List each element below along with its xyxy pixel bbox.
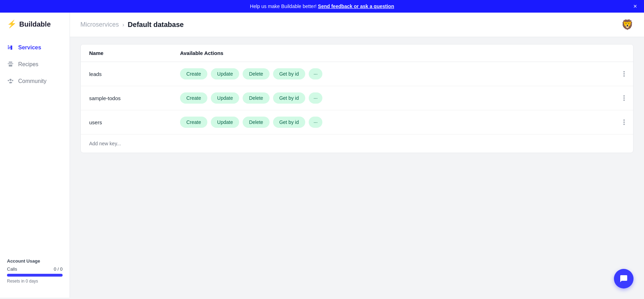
users-delete-button[interactable]: Delete <box>243 117 269 128</box>
account-usage-label: Account Usage <box>7 258 63 264</box>
users-more-menu-icon[interactable] <box>623 119 625 125</box>
main-content: Microservices › Default database 🦁 Name … <box>70 13 644 298</box>
sidebar-item-services[interactable]: Services <box>0 39 70 56</box>
add-new-key-row[interactable]: Add new key... <box>81 134 633 153</box>
logo-area: ⚡ Buildable <box>0 13 70 39</box>
sidebar-item-recipes[interactable]: Recipes <box>0 56 70 73</box>
community-icon <box>7 78 14 85</box>
recipes-icon <box>7 61 14 68</box>
breadcrumb-parent[interactable]: Microservices <box>80 21 119 28</box>
leads-getbyid-button[interactable]: Get by id <box>273 68 305 79</box>
leads-more-menu-icon[interactable] <box>623 71 625 77</box>
app-layout: ⚡ Buildable Services Recipes <box>0 13 644 298</box>
logo-text: Buildable <box>19 20 51 28</box>
microservices-table: Name Available Actions leads Create Upda… <box>80 44 634 153</box>
calls-value: 0 / 0 <box>54 266 63 272</box>
user-avatar[interactable]: 🦁 <box>621 19 634 30</box>
calls-label: Calls <box>7 266 17 272</box>
progress-bar-fill <box>7 274 63 277</box>
leads-create-button[interactable]: Create <box>180 68 207 79</box>
calls-row: Calls 0 / 0 <box>7 266 63 272</box>
sidebar-item-community-label: Community <box>18 78 46 84</box>
sample-todos-getbyid-button[interactable]: Get by id <box>273 92 305 104</box>
table-row: users Create Update Delete Get by id ··· <box>81 110 633 134</box>
leads-update-button[interactable]: Update <box>211 68 239 79</box>
logo-icon: ⚡ <box>7 20 16 29</box>
banner-close-button[interactable]: × <box>633 3 637 9</box>
users-create-button[interactable]: Create <box>180 117 207 128</box>
row-name-sample-todos: sample-todos <box>89 95 180 101</box>
row-actions-users: Create Update Delete Get by id ··· <box>180 117 625 128</box>
col-actions-header: Available Actions <box>180 50 625 56</box>
content-area: Name Available Actions leads Create Upda… <box>70 37 644 298</box>
chat-icon <box>620 274 628 283</box>
chat-button[interactable] <box>614 269 634 288</box>
leads-more-button[interactable]: ··· <box>309 68 323 79</box>
row-actions-sample-todos: Create Update Delete Get by id ··· <box>180 92 625 104</box>
users-update-button[interactable]: Update <box>211 117 239 128</box>
table-header-row: Name Available Actions <box>81 44 633 62</box>
banner-link[interactable]: Send feedback or ask a question <box>318 4 394 9</box>
table-row: leads Create Update Delete Get by id ··· <box>81 62 633 86</box>
table-row: sample-todos Create Update Delete Get by… <box>81 86 633 110</box>
sidebar-item-services-label: Services <box>18 44 41 51</box>
main-header: Microservices › Default database 🦁 <box>70 13 644 37</box>
breadcrumb-current: Default database <box>128 21 184 29</box>
col-name-header: Name <box>89 50 180 56</box>
breadcrumb: Microservices › Default database <box>80 21 184 29</box>
sample-todos-more-button[interactable]: ··· <box>309 92 323 104</box>
sidebar-bottom: Account Usage Calls 0 / 0 Resets in 0 da… <box>0 251 70 291</box>
users-more-button[interactable]: ··· <box>309 117 323 128</box>
breadcrumb-separator: › <box>122 22 124 28</box>
sample-todos-more-menu-icon[interactable] <box>623 95 625 101</box>
leads-delete-button[interactable]: Delete <box>243 68 269 79</box>
row-actions-leads: Create Update Delete Get by id ··· <box>180 68 625 79</box>
top-banner: Help us make Buildable better! Send feed… <box>0 0 644 13</box>
row-name-leads: leads <box>89 71 180 77</box>
sidebar-item-recipes-label: Recipes <box>18 61 38 68</box>
sidebar: ⚡ Buildable Services Recipes <box>0 13 70 298</box>
banner-text: Help us make Buildable better! <box>250 4 317 9</box>
row-name-users: users <box>89 119 180 125</box>
users-getbyid-button[interactable]: Get by id <box>273 117 305 128</box>
resets-text: Resets in 0 days <box>7 279 63 284</box>
sample-todos-create-button[interactable]: Create <box>180 92 207 104</box>
sidebar-item-community[interactable]: Community <box>0 73 70 90</box>
progress-bar-background <box>7 274 63 277</box>
sample-todos-delete-button[interactable]: Delete <box>243 92 269 104</box>
services-icon <box>7 44 14 51</box>
sample-todos-update-button[interactable]: Update <box>211 92 239 104</box>
